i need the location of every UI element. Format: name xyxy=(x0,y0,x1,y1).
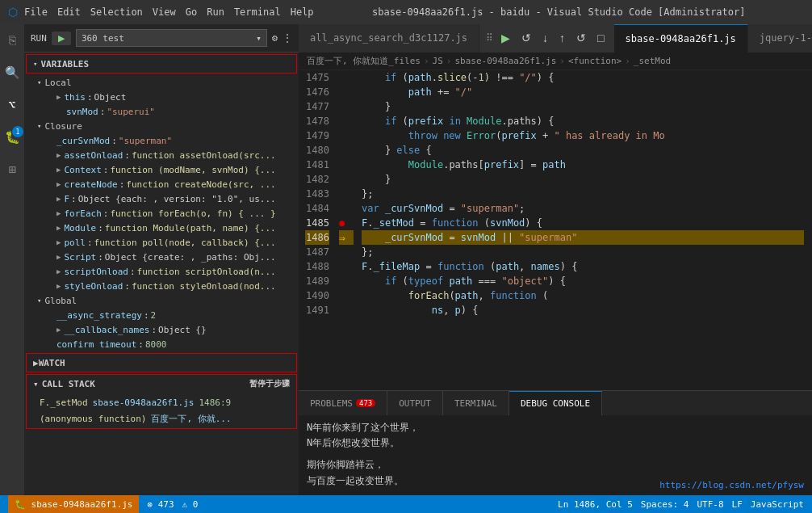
callstack-item-1[interactable]: (anonymous function) 百度一下, 你就... xyxy=(27,410,296,427)
debug-continue-btn[interactable]: ▶ xyxy=(498,30,513,46)
run-label: RUN xyxy=(31,33,47,44)
var-cursvnmod[interactable]: _curSvnMod:"superman" xyxy=(37,133,299,148)
status-right: Ln 1486, Col 5 Spaces: 4 UTF-8 LF JavaSc… xyxy=(558,499,804,510)
menu-terminal[interactable]: Terminal xyxy=(234,6,281,18)
debug-step-into-btn[interactable]: ↓ xyxy=(539,30,551,46)
debug-config-selector[interactable]: 360 test ▾ xyxy=(76,29,267,47)
status-line-col[interactable]: Ln 1486, Col 5 xyxy=(558,499,633,510)
callstack-header[interactable]: ▾ CALL STACK 暂停于步骤 xyxy=(27,375,296,393)
menu-file[interactable]: File xyxy=(24,6,48,18)
var-async-strategy[interactable]: __async_strategy:2 xyxy=(37,308,299,322)
var-context[interactable]: ▶ Context:function (modName, svnMod) {..… xyxy=(37,162,299,177)
code-line-1479: throw new Error(prefix + " has already i… xyxy=(362,128,804,143)
variables-panel: ▾ Local ▶ this:Object svnMod:"superui" ▾… xyxy=(24,75,299,495)
status-language[interactable]: JavaScript xyxy=(751,499,804,510)
closure-group[interactable]: ▾ Closure xyxy=(24,119,299,133)
panel-tab-debug-console[interactable]: DEBUG CONSOLE xyxy=(509,391,602,415)
expand-icon: ▶ xyxy=(57,238,61,246)
panel-tab-output[interactable]: OUTPUT xyxy=(387,391,443,415)
var-confirm-timeout[interactable]: confirm timeout:8000 xyxy=(37,337,299,351)
line-num-1484: 1484 xyxy=(305,201,329,216)
line-num-1489: 1489 xyxy=(305,274,329,288)
var-f[interactable]: ▶ F:Object {each: , version: "1.0", us..… xyxy=(37,191,299,206)
variables-header[interactable]: ▾ VARIABLES xyxy=(27,55,296,73)
line-num-1482: 1482 xyxy=(305,172,329,187)
debug-arrow-icon: ⇒ xyxy=(339,232,345,244)
variables-section: ▾ VARIABLES xyxy=(26,54,297,74)
var-module[interactable]: ▶ Module:function Module(path, name) {..… xyxy=(37,221,299,235)
menu-run[interactable]: Run xyxy=(207,6,224,18)
breadcrumb-part-1[interactable]: JS xyxy=(433,56,443,66)
breadcrumb-sep-2: › xyxy=(559,56,565,66)
breadcrumb-part-0[interactable]: 百度一下, 你就知道_files xyxy=(307,55,421,67)
tab-label-active: sbase-0948aa26f1.js xyxy=(626,33,736,44)
var-this[interactable]: ▶ this:Object xyxy=(37,90,299,104)
menu-help[interactable]: Help xyxy=(291,6,314,18)
line-num-1480: 1480 xyxy=(305,143,329,158)
watch-header[interactable]: ▶ WATCH xyxy=(27,354,296,372)
callstack-label: CALL STACK xyxy=(42,379,95,389)
line-num-1479: 1479 xyxy=(305,128,329,143)
var-createnode[interactable]: ▶ createNode:function createNode(src, ..… xyxy=(37,177,299,191)
activity-extensions[interactable]: ⊞ xyxy=(2,160,22,179)
var-foreach[interactable]: ▶ forEach:function forEach(o, fn) { ... … xyxy=(37,206,299,221)
var-svnmod[interactable]: svnMod:"superui" xyxy=(37,104,299,119)
line-num-1478: 1478 xyxy=(305,114,329,128)
tab-jquery[interactable]: jquery-1-edb203c114.10.2.js xyxy=(748,24,812,53)
global-group[interactable]: ▾ Global xyxy=(24,293,299,308)
status-warnings: ⚠ 0 xyxy=(182,499,199,510)
status-eol[interactable]: LF xyxy=(732,499,743,510)
pause-steps-button[interactable]: 暂停于步骤 xyxy=(249,378,290,389)
debug-stop-btn[interactable]: □ xyxy=(594,30,607,46)
expand-icon: ▶ xyxy=(57,180,61,188)
status-encoding[interactable]: UTF-8 xyxy=(697,499,723,510)
local-group[interactable]: ▾ Local xyxy=(24,75,299,90)
menu-bar[interactable]: File Edit Selection View Go Run Terminal… xyxy=(24,6,314,18)
menu-edit[interactable]: Edit xyxy=(57,6,81,18)
code-editor[interactable]: 1475 1476 1477 1478 1479 1480 1481 1482 … xyxy=(299,70,812,390)
panel-tab-problems[interactable]: PROBLEMS 473 xyxy=(299,391,387,415)
code-line-1488: F._fileMap = function (path, names) { xyxy=(362,259,804,274)
expand-icon: ▶ xyxy=(57,209,61,217)
debug-step-out-btn[interactable]: ↑ xyxy=(556,30,568,46)
code-area: all_async_search_d3c1127.js ⠿ ▶ ↺ ↓ ↑ ↺ … xyxy=(299,24,812,495)
var-styleonload[interactable]: ▶ styleOnload:function styleOnload(nod..… xyxy=(37,279,299,293)
local-label: Local xyxy=(44,78,71,88)
activity-debug[interactable]: 🐛 1 xyxy=(2,128,22,147)
line-num-1490: 1490 xyxy=(305,288,329,303)
var-assetonload[interactable]: ▶ assetOnload:function assetOnload(src..… xyxy=(37,148,299,162)
var-scriptonload[interactable]: ▶ scriptOnload:function scriptOnload(n..… xyxy=(37,264,299,279)
breadcrumb-part-4[interactable]: _setMod xyxy=(634,56,671,66)
tab-all-async[interactable]: all_async_search_d3c1127.js xyxy=(299,24,479,53)
run-button[interactable]: ▶ xyxy=(52,32,71,45)
tab-sbase[interactable]: sbase-0948aa26f1.js xyxy=(614,24,748,53)
breadcrumb-part-2[interactable]: sbase-0948aa26f1.js xyxy=(454,56,556,66)
menu-go[interactable]: Go xyxy=(186,6,197,18)
line-num-1488: 1488 xyxy=(305,259,329,274)
status-spaces[interactable]: Spaces: 4 xyxy=(641,499,689,510)
panel-tab-terminal[interactable]: TERMINAL xyxy=(443,391,509,415)
code-line-1483: }; xyxy=(362,187,804,201)
var-callback-names[interactable]: ▶ __callback_names:Object {} xyxy=(37,322,299,337)
callstack-item-0[interactable]: F._setMod sbase-0948aa26f1.js 1486:9 xyxy=(27,394,296,410)
closure-collapse-icon: ▾ xyxy=(37,122,41,130)
debug-restart-btn[interactable]: ↺ xyxy=(573,30,589,46)
settings-icon[interactable]: ⚙ xyxy=(272,32,278,44)
dots-icon[interactable]: ⋮ xyxy=(283,32,292,44)
activity-search[interactable]: 🔍 xyxy=(2,63,22,82)
breadcrumb-part-3[interactable]: <function> xyxy=(568,56,622,66)
activity-git[interactable]: ⌥ xyxy=(2,95,22,115)
line-num-1487: 1487 xyxy=(305,245,329,259)
menu-selection[interactable]: Selection xyxy=(90,6,143,18)
debug-step-over-btn[interactable]: ↺ xyxy=(518,30,534,46)
expand-icon: ▶ xyxy=(57,195,61,203)
var-poll[interactable]: ▶ poll:function poll(node, callback) {..… xyxy=(37,235,299,250)
bp-1488 xyxy=(339,259,354,274)
var-script[interactable]: ▶ Script:Object {create: , _paths: Obj..… xyxy=(37,250,299,264)
line-num-1485: 1485 xyxy=(305,216,329,230)
watch-collapse-icon: ▶ xyxy=(33,358,39,368)
line-num-1475: 1475 xyxy=(305,70,329,85)
activity-explorer[interactable]: ⎘ xyxy=(2,31,22,50)
menu-view[interactable]: View xyxy=(153,6,176,18)
csdn-url[interactable]: https://blog.csdn.net/pfysw xyxy=(659,480,804,490)
